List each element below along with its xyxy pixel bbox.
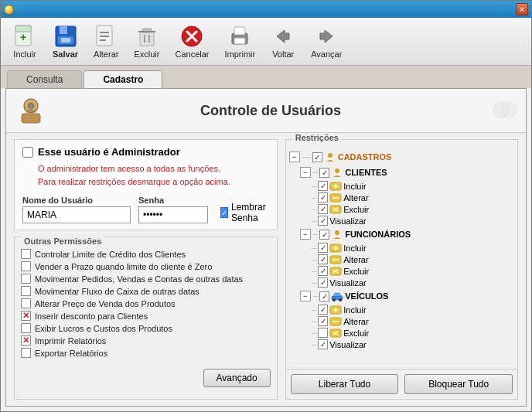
tree-expander-clientes[interactable]: −	[300, 167, 311, 178]
perm-row: ✕ Inserir desconto para Clientes	[21, 311, 271, 321]
excluir-button[interactable]: Excluir	[127, 21, 166, 62]
tree-check-clientes-incluir[interactable]	[318, 181, 328, 191]
voltar-button[interactable]: Voltar	[264, 21, 302, 62]
tabs-bar: Consulta Cadastro	[1, 66, 531, 88]
perm-row: Movimentar Fluxo de Caixa de outras data…	[21, 286, 271, 296]
tree-check-veic-incluir[interactable]	[318, 305, 328, 315]
outras-section: Outras Permissões Controlar Limite de Cr…	[14, 237, 278, 400]
tree-row-func-incluir: ····· Incluir	[289, 242, 514, 254]
perm-check-7[interactable]: ✕	[21, 335, 31, 346]
veiculos-label: VEÍCULOS	[345, 291, 388, 301]
imprimir-label: Imprimir	[224, 49, 255, 59]
perm-check-5[interactable]: ✕	[21, 311, 31, 321]
svg-marker-51	[333, 293, 341, 296]
nome-label: Nome do Usuário	[22, 196, 131, 205]
perm-check-6[interactable]	[21, 323, 31, 333]
perm-check-2[interactable]	[21, 274, 31, 284]
perm-text-5: Inserir desconto para Clientes	[35, 312, 148, 321]
funcionarios-icon	[331, 228, 343, 240]
func-visualizar-label: Visualizar	[329, 278, 367, 288]
voltar-label: Voltar	[272, 49, 294, 59]
senha-input[interactable]	[138, 206, 208, 223]
tree-row-veiculos: − ····· VEÍCULOS	[289, 288, 514, 304]
tree-check-veic-visualizar[interactable]	[318, 339, 328, 349]
tree-row-clientes-alterar: ····· Alterar	[289, 192, 514, 203]
liberar-tudo-button[interactable]: Liberar Tudo	[291, 374, 399, 394]
fields-row: Nome do Usuário Senha ✓ Lembrar Senha	[22, 196, 269, 223]
excluir-label: Excluir	[134, 49, 159, 59]
left-panel: Esse usuário é Administrador O administr…	[14, 139, 278, 400]
perm-check-1[interactable]	[21, 261, 31, 271]
admin-warning: O administrador tem acesso a todas as fu…	[38, 162, 269, 188]
func-excluir-label: Excluir	[343, 267, 369, 276]
imprimir-button[interactable]: Imprimir	[217, 21, 262, 62]
tree-check-func-visualizar[interactable]	[318, 278, 328, 288]
salvar-label: Salvar	[53, 49, 78, 59]
tree-check-func-alterar[interactable]	[318, 254, 328, 264]
main-window: ✕ + Incluir Salvar	[0, 0, 532, 412]
title-bar-left	[4, 5, 17, 15]
perm-text-0: Controlar Limite de Crédito dos Clientes	[35, 250, 186, 259]
tree-check-funcionarios[interactable]	[319, 230, 329, 240]
svg-text:+: +	[20, 31, 26, 43]
cancelar-label: Cancelar	[175, 49, 209, 59]
tree-check-clientes[interactable]	[319, 168, 329, 178]
tree-check-veic-excluir[interactable]	[318, 328, 328, 338]
tree-row-clientes-visualizar: ····· Visualizar	[289, 215, 514, 226]
right-panel: Restrições − ········ CADASTROS	[285, 139, 518, 400]
veic-excluir-label: Excluir	[343, 329, 369, 338]
perm-check-3[interactable]	[21, 286, 31, 296]
svg-point-30	[493, 102, 509, 117]
restricoes-legend: Restrições	[292, 133, 342, 142]
tab-consulta[interactable]: Consulta	[7, 70, 82, 88]
alterar-button[interactable]: Alterar	[87, 21, 125, 62]
tree-check-clientes-visualizar[interactable]	[318, 216, 328, 226]
tree-check-clientes-excluir[interactable]	[318, 204, 328, 214]
nome-field-group: Nome do Usuário	[22, 196, 131, 223]
perm-row: Exibir Lucros e Custos dos Produtos	[21, 323, 271, 333]
tree-check-veiculos[interactable]	[319, 291, 329, 301]
close-button[interactable]: ✕	[516, 3, 528, 15]
tree-check-func-excluir[interactable]	[318, 266, 328, 276]
form-area: Esse usuário é Administrador O administr…	[6, 133, 526, 406]
svg-rect-21	[234, 27, 245, 35]
tree-check-cadastros[interactable]	[312, 152, 322, 162]
salvar-icon	[53, 24, 78, 49]
incluir-button[interactable]: + Incluir	[5, 21, 44, 62]
voltar-icon	[271, 24, 295, 49]
tree-check-clientes-alterar[interactable]	[318, 192, 328, 203]
tree-check-func-incluir[interactable]	[318, 243, 328, 253]
tree-expander-veiculos[interactable]: −	[300, 291, 311, 301]
tree-expander-funcionarios[interactable]: −	[300, 229, 311, 240]
avancar-label: Avançar	[311, 49, 342, 59]
tree-row-func-alterar: ····· Alterar	[289, 254, 514, 265]
tab-cadastro[interactable]: Cadastro	[84, 70, 162, 88]
restricoes-actions: Liberar Tudo Bloquear Tudo	[286, 369, 517, 399]
admin-section: Esse usuário é Administrador O administr…	[14, 139, 278, 230]
svg-rect-11	[140, 32, 154, 46]
incluir-icon: +	[12, 24, 37, 49]
clientes-visualizar-label: Visualizar	[329, 216, 367, 226]
perm-text-8: Exportar Relatórios	[35, 349, 107, 358]
avancar-button[interactable]: Avançar	[304, 21, 349, 62]
avancado-button[interactable]: Avançado	[203, 369, 271, 387]
bottom-btns: Avançado	[15, 364, 277, 392]
perm-check-8[interactable]	[21, 348, 31, 358]
svg-point-52	[332, 298, 336, 301]
tree-row-veic-alterar: ····· Alterar	[289, 315, 514, 327]
cancelar-icon	[179, 24, 204, 49]
tree-row-func-visualizar: ····· Visualizar	[289, 277, 514, 288]
perm-check-0[interactable]	[21, 249, 31, 259]
excluir-icon	[135, 24, 159, 49]
admin-checkbox[interactable]	[22, 147, 33, 158]
cancelar-button[interactable]: Cancelar	[168, 21, 216, 62]
bloquear-tudo-button[interactable]: Bloquear Tudo	[404, 374, 513, 394]
salvar-button[interactable]: Salvar	[46, 21, 85, 62]
tree-row-clientes-incluir: ····· Incluir	[289, 180, 514, 192]
perm-check-4[interactable]	[21, 298, 31, 308]
tree-row-veic-incluir: ····· Incluir	[289, 304, 514, 315]
tree-expander-cadastros[interactable]: −	[289, 152, 300, 162]
tree-check-veic-alterar[interactable]	[318, 316, 328, 326]
nome-input[interactable]	[22, 206, 131, 223]
alterar-icon	[94, 24, 118, 49]
